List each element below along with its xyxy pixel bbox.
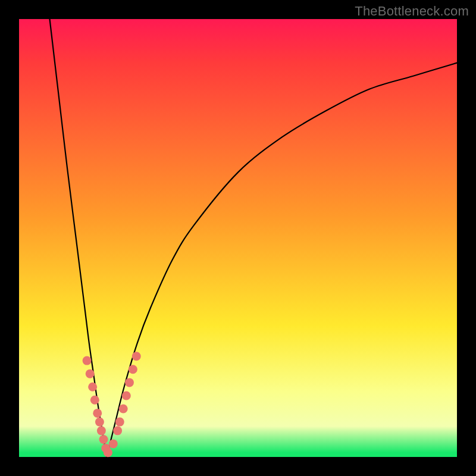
marker-dot — [95, 418, 104, 427]
marker-dot — [86, 369, 95, 378]
chart-frame: TheBottleneck.com — [0, 0, 476, 476]
watermark-text: TheBottleneck.com — [355, 4, 469, 19]
marker-dot — [90, 396, 99, 405]
marker-dot — [129, 365, 137, 374]
marker-dot — [104, 448, 112, 457]
marker-dot — [83, 356, 92, 365]
marker-dot — [99, 435, 108, 444]
curve-right-branch — [107, 63, 457, 457]
marker-dot — [93, 409, 102, 418]
marker-dot — [109, 439, 118, 448]
marker-dot — [113, 426, 122, 435]
marker-dot-group — [83, 352, 141, 457]
marker-dot — [132, 352, 141, 361]
marker-dot — [88, 383, 97, 392]
marker-dot — [119, 405, 128, 414]
plot-area — [19, 19, 457, 457]
marker-dot — [122, 391, 131, 400]
marker-dot — [97, 426, 106, 435]
curve-left-branch — [50, 19, 107, 457]
marker-dot — [125, 378, 134, 387]
marker-dot — [115, 418, 124, 427]
chart-svg — [19, 19, 457, 457]
